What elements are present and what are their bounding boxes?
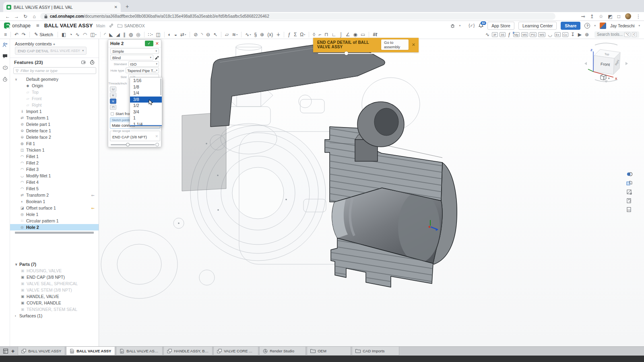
mirror-icon[interactable]: ◫ [154, 31, 162, 39]
feature-row[interactable]: ◎Hole 1 [10, 211, 99, 218]
user-name[interactable]: Jay Tedeschi [610, 23, 635, 28]
end-style-blind-icon[interactable]: ⊔ [110, 86, 116, 92]
history-icon[interactable] [2, 77, 8, 82]
element-tab[interactable]: BALL VALVE ASSY [116, 347, 163, 356]
feature-row[interactable]: ⇓Import 1 [10, 108, 99, 115]
sm-joint-icon[interactable]: ⌡ [338, 31, 344, 39]
rollback-to-end-icon[interactable] [81, 60, 87, 65]
spline-icon[interactable]: ∿ [484, 31, 491, 39]
dropdown-caret-icon[interactable]: ▾ [151, 31, 153, 39]
browser-menu-icon[interactable]: ⋮ [636, 14, 641, 19]
merge-scope-box[interactable]: Merge scope END CAP (3/8 NPT) ✕ [110, 131, 160, 141]
fs2-icon[interactable]: Σ [292, 31, 298, 39]
reload-icon[interactable]: ↻ [21, 14, 30, 19]
end-style-blind-last-icon[interactable]: ⊎ [110, 93, 116, 98]
fs-badge-icon[interactable]: ƒ0 [506, 31, 512, 39]
appearance-icon[interactable] [625, 171, 634, 178]
sm-form-icon[interactable]: ◉ [351, 31, 359, 39]
configuration-icon[interactable]: (x) [625, 206, 634, 213]
part-row[interactable]: ▣VALVE SEAL, SPHERICAL [10, 280, 99, 287]
browser-tab[interactable]: BALL VALVE ASSY | BALL VAL ✕ [3, 2, 121, 12]
size-option[interactable]: 1 [130, 115, 162, 121]
mate-connector-icon[interactable]: ∔ [275, 31, 282, 39]
split-icon[interactable]: ◒ [173, 31, 179, 39]
move-face-icon[interactable]: ↖ [212, 31, 219, 39]
undo-icon[interactable]: ↶ [13, 31, 20, 39]
feature-row[interactable]: ▱Right [10, 102, 99, 108]
feature-row[interactable]: ◠Fillet 1 [10, 153, 99, 160]
part-row[interactable]: ▣HOUSING, VALVE [10, 267, 99, 274]
user-avatar[interactable] [600, 23, 606, 29]
part-row[interactable]: ▣COVER, HANDLE [10, 300, 99, 306]
end-style-upto-icon[interactable]: ⊓ [110, 105, 116, 110]
tab-close-icon[interactable]: ✕ [114, 5, 118, 9]
folder-name[interactable]: SANDBOX [124, 23, 144, 28]
sm-tab-icon[interactable]: ⊓ [323, 31, 330, 39]
fs1-icon[interactable]: ƒ [286, 31, 292, 39]
element-tab[interactable]: Render Studio [259, 347, 306, 356]
tab-groups-icon[interactable]: □ [617, 14, 620, 19]
size-option[interactable]: 3/8 [130, 97, 162, 103]
code-check-icon[interactable]: {✓} [469, 23, 475, 28]
cancel-button[interactable]: ✕ [155, 41, 159, 46]
parts-header[interactable]: ∨Parts (7) [10, 261, 99, 267]
hole-icon[interactable]: ◎ [134, 31, 142, 39]
composite-icon[interactable]: ≋▾ [230, 31, 239, 39]
browser-profile-avatar[interactable] [625, 13, 631, 19]
user-caret-icon[interactable]: ▾ [638, 24, 640, 27]
curve-icon[interactable]: ∿▾ [244, 31, 252, 39]
sweep-icon[interactable]: ∿ [74, 31, 81, 39]
size-option[interactable]: 1/2 [130, 103, 162, 109]
element-tab[interactable]: OEM [307, 347, 351, 356]
feature-row[interactable]: ▱Top [10, 89, 99, 95]
redo-icon[interactable]: ↷ [20, 31, 27, 39]
variable-icon[interactable]: (x) [266, 31, 275, 39]
view-cube[interactable]: Front Top Right Z X ▾ [583, 40, 636, 82]
size-option[interactable]: 1/16 [130, 78, 162, 84]
search-tools-box[interactable]: Search tools... ⌥ C [594, 31, 639, 38]
forward-icon[interactable]: → [12, 14, 21, 19]
feature-row[interactable]: ⇄Transform 1 [10, 115, 99, 121]
shell-icon[interactable]: ◍ [127, 31, 134, 39]
toolbar-chip-ms[interactable]: MS [521, 32, 528, 37]
share-page-icon[interactable]: ↥ [590, 14, 594, 19]
feature-row[interactable]: ◠Fillet 2 [10, 160, 99, 166]
feature-row[interactable]: ◠Fillet 4 [10, 179, 99, 185]
feature-row[interactable]: ⊘Delete part 1 [10, 121, 99, 128]
feature-row[interactable]: ◪Offset surface 1⇐ [10, 205, 99, 211]
fillet-icon[interactable]: ◜ [103, 31, 108, 39]
export-icon[interactable]: ↧ [569, 31, 576, 39]
toolbar-chip-ex[interactable]: Ex [555, 32, 561, 37]
section-view-icon[interactable] [625, 188, 634, 195]
draft-icon[interactable]: ◢ [114, 31, 121, 39]
merge-clear-icon[interactable]: ✕ [155, 134, 158, 138]
element-tab[interactable]: CAD Imports [352, 347, 399, 356]
sm-model-icon[interactable]: ◊ [311, 31, 317, 39]
help-cube-icon[interactable]: ? [2, 65, 8, 70]
dropdown-caret-icon[interactable]: ▾ [95, 31, 96, 39]
standard-select[interactable]: ISO▾ [128, 61, 159, 67]
element-tab[interactable]: BALL VALVE ASSY [66, 347, 115, 356]
dropdown-caret-icon[interactable]: ▾ [250, 31, 251, 39]
feature-row[interactable]: ∷Circular pattern 1 [10, 218, 99, 224]
part-row[interactable]: ▣TENSIONER, STEM SEAL [10, 306, 99, 313]
address-field[interactable]: cad.onshape.com/documents/aa368adffbecbe… [40, 13, 555, 20]
extrude-icon[interactable]: ◧ [60, 31, 68, 39]
feature-row[interactable]: ⇄Transform 2⇐ [10, 192, 99, 198]
slider-knob[interactable] [345, 51, 348, 55]
tree-caret-icon[interactable]: ∨ [15, 78, 19, 81]
feature-row[interactable]: ◍Fill 1 [10, 140, 99, 147]
feature-row[interactable]: ∨Default geometry [10, 76, 99, 82]
share-button[interactable]: Share [561, 22, 580, 30]
lamp-icon[interactable]: ◡ [546, 31, 553, 39]
hole-type-select[interactable]: Tapered Pipe T...▾ [126, 68, 159, 73]
help-caret-icon[interactable]: ▾ [594, 24, 596, 27]
surfaces-header[interactable]: ›Surfaces (1) [10, 313, 99, 319]
onshape-logo-icon[interactable] [4, 23, 10, 29]
sm-corner-icon[interactable]: ∟ [330, 31, 338, 39]
toolbar-chip-pg[interactable]: PG [530, 32, 537, 37]
view-menu-cube-icon[interactable]: ▾ [601, 74, 610, 80]
learning-center-button[interactable]: Learning Center [518, 22, 557, 30]
project-icon[interactable]: ⊕ [258, 31, 266, 39]
loft-icon[interactable]: ◠ [81, 31, 89, 39]
